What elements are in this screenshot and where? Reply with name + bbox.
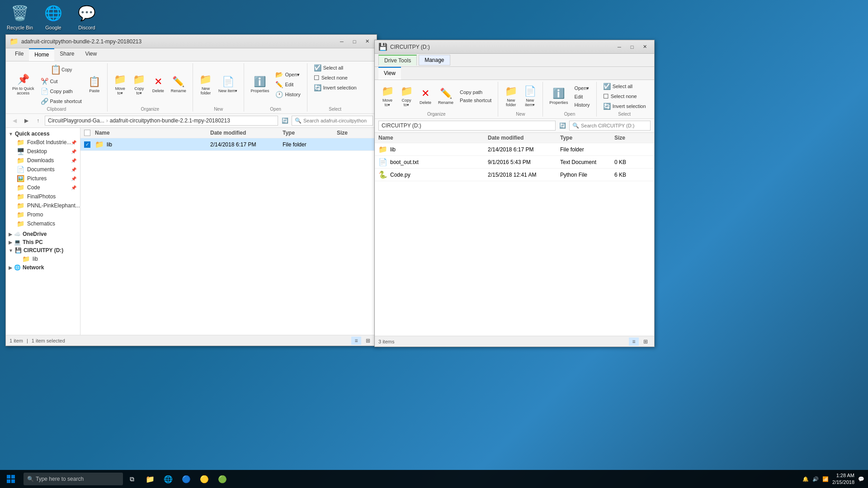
start-button[interactable]: [0, 470, 22, 488]
open-btn[interactable]: 📂 Open▾: [273, 70, 303, 79]
w2-move-to-btn[interactable]: 📁 Moveto▾: [378, 84, 396, 108]
search-box-1[interactable]: 🔍: [292, 116, 373, 126]
forward-btn-1[interactable]: ▶: [21, 116, 31, 126]
w2-file-row-boot[interactable]: 📄 boot_out.txt 9/1/2016 5:43 PM Text Doc…: [375, 156, 654, 169]
large-icons-btn-2[interactable]: ⊞: [641, 338, 651, 346]
large-icons-btn-1[interactable]: ⊞: [363, 337, 373, 345]
w2-copy-path-btn[interactable]: Copy path: [457, 89, 494, 96]
tab-view-2[interactable]: View: [378, 67, 401, 80]
lib-checkbox[interactable]: ✓: [84, 141, 90, 148]
w2-breadcrumb[interactable]: CIRCUITPY (D:): [382, 122, 421, 129]
drive-tools-tab[interactable]: Drive Tools: [378, 55, 417, 66]
move-to-btn[interactable]: 📁 Moveto▾: [111, 73, 129, 96]
app3-taskbar-btn[interactable]: 🟢: [213, 470, 231, 488]
history-btn[interactable]: 🕐 History: [273, 90, 303, 99]
new-folder-btn[interactable]: 📁 Newfolder: [197, 73, 215, 96]
w2-file-row-code[interactable]: 🐍 Code.py 2/15/2018 12:41 AM Python File…: [375, 169, 654, 181]
header-checkbox[interactable]: [84, 130, 90, 136]
invert-selection-btn[interactable]: 🔄 Invert selection: [311, 83, 359, 92]
w2-file-row-lib[interactable]: 📁 lib 2/14/2018 6:17 PM File folder: [375, 143, 654, 156]
paste-main-btn[interactable]: 📋 Paste: [85, 75, 104, 94]
task-view-btn[interactable]: ⧉: [123, 470, 141, 488]
search-input-1[interactable]: [303, 118, 367, 123]
sidebar-section-thispc[interactable]: ▶ 💻 This PC: [6, 238, 80, 246]
w2-invert-btn[interactable]: 🔄 Invert selection: [600, 102, 649, 111]
manage-tab[interactable]: Manage: [419, 55, 450, 66]
select-all-btn[interactable]: ☑️ Select all: [311, 63, 346, 72]
details-view-btn-1[interactable]: ≡: [351, 337, 361, 345]
app1-taskbar-btn[interactable]: 🔵: [177, 470, 195, 488]
sidebar-item-promo[interactable]: 📁 Promo: [6, 210, 80, 219]
select-none-btn[interactable]: ☐ Select none: [311, 73, 350, 82]
w2-select-none-btn[interactable]: ☐ Select none: [600, 92, 640, 101]
w2-copy-to-btn[interactable]: 📁 Copyto▾: [397, 84, 415, 108]
w2-new-item-btn[interactable]: 📄 New item▾: [521, 84, 539, 108]
copy-to-btn[interactable]: 📁 Copyto▾: [130, 73, 148, 96]
w2-properties-btn[interactable]: ℹ️ Properties: [547, 87, 571, 106]
sidebar-item-pnnl[interactable]: 📁 PNNL-PinkElephant...: [6, 201, 80, 210]
sidebar-section-quick-access[interactable]: ▼ Quick access: [6, 130, 80, 138]
delete-btn[interactable]: ✕ Delete: [149, 75, 167, 94]
maximize-btn-2[interactable]: □: [626, 42, 638, 52]
details-view-btn-2[interactable]: ≡: [629, 338, 639, 346]
sidebar-item-finalphotos[interactable]: 📁 FinalPhotos: [6, 192, 80, 201]
copy-main-btn[interactable]: 📋 Copy: [38, 63, 85, 76]
file-explorer-taskbar-btn[interactable]: 📁: [141, 470, 159, 488]
paste-shortcut-btn[interactable]: 🔗 Paste shortcut: [38, 97, 85, 106]
sidebar-item-schematics[interactable]: 📁 Schematics: [6, 219, 80, 228]
cut-btn[interactable]: ✂️ Cut: [38, 77, 85, 86]
desktop-icon-recycle-bin[interactable]: 🗑️ Recycle Bin: [2, 0, 38, 32]
w2-edit-btn[interactable]: Edit: [571, 93, 592, 100]
rename-btn[interactable]: ✏️ Rename: [168, 75, 189, 94]
tab-home-1[interactable]: Home: [29, 48, 54, 61]
w2-delete-btn[interactable]: ✕ Delete: [416, 87, 434, 106]
tab-file-1[interactable]: File: [9, 48, 29, 61]
file-row-lib[interactable]: ✓ 📁 lib 2/14/2018 6:17 PM File folder: [80, 138, 377, 151]
refresh-btn-2[interactable]: 🔄: [557, 121, 567, 131]
chrome-taskbar-btn[interactable]: 🌐: [159, 470, 177, 488]
new-item-btn[interactable]: 📄 New item▾: [216, 75, 241, 94]
up-btn-1[interactable]: ↑: [33, 116, 43, 126]
sidebar-item-pictures[interactable]: 🖼️ Pictures 📌: [6, 174, 80, 183]
app2-taskbar-btn[interactable]: 🟡: [195, 470, 213, 488]
minimize-btn-2[interactable]: ─: [613, 42, 625, 52]
refresh-btn-1[interactable]: 🔄: [280, 116, 290, 126]
edit-btn[interactable]: ✏️ Edit: [273, 80, 303, 89]
address-input-2[interactable]: CIRCUITPY (D:): [378, 121, 556, 131]
sidebar-item-code[interactable]: 📁 Code 📌: [6, 183, 80, 192]
pin-to-quick-access-btn[interactable]: 📌 Pin to Quick access: [9, 73, 37, 96]
desktop-icon-discord[interactable]: 💬 Discord: [69, 0, 105, 32]
copy-path-btn[interactable]: 📄 Copy path: [38, 87, 85, 96]
notification-center-icon[interactable]: 💬: [858, 476, 864, 482]
sidebar-section-onedrive[interactable]: ▶ ☁️ OneDrive: [6, 230, 80, 238]
tab-share-1[interactable]: Share: [54, 48, 80, 61]
w2-select-all-btn[interactable]: ☑️ Select all: [600, 82, 636, 91]
back-btn-1[interactable]: ◀: [9, 116, 19, 126]
minimize-btn-1[interactable]: ─: [336, 37, 348, 46]
maximize-btn-1[interactable]: □: [349, 37, 360, 46]
close-btn-2[interactable]: ✕: [639, 42, 651, 52]
properties-btn[interactable]: ℹ️ Properties: [248, 75, 272, 94]
search-input-2[interactable]: [581, 123, 644, 128]
breadcrumb-current[interactable]: adafruit-circuitpython-bundle-2.2.1-mpy-…: [110, 117, 230, 124]
sidebar-item-foxbot[interactable]: 📁 FoxBot Industrie... 📌: [6, 138, 80, 147]
volume-icon[interactable]: 🔊: [812, 476, 819, 482]
w2-history-btn[interactable]: History: [571, 101, 592, 108]
sidebar-item-desktop[interactable]: 🖥️ Desktop 📌: [6, 147, 80, 156]
sidebar-item-lib[interactable]: 📁 lib: [6, 254, 80, 263]
sidebar-item-documents[interactable]: 📄 Documents 📌: [6, 165, 80, 174]
taskbar-search-input[interactable]: [36, 476, 113, 482]
w2-open-btn[interactable]: Open▾: [571, 84, 592, 92]
breadcrumb-root[interactable]: CircuitPlayground-Ga...: [48, 117, 104, 124]
w2-paste-shortcut-btn[interactable]: Paste shortcut: [457, 97, 494, 104]
w2-rename-btn[interactable]: ✏️ Rename: [435, 87, 456, 106]
sidebar-section-network[interactable]: ▶ 🌐 Network: [6, 263, 80, 272]
w2-new-folder-btn[interactable]: 📁 Newfolder: [502, 84, 520, 108]
search-box-2[interactable]: 🔍: [569, 121, 651, 131]
close-btn-1[interactable]: ✕: [361, 37, 373, 46]
address-input-1[interactable]: CircuitPlayground-Ga... › adafruit-circu…: [45, 116, 278, 126]
sidebar-item-downloads[interactable]: 📁 Downloads 📌: [6, 156, 80, 165]
sidebar-section-circuitpy[interactable]: ▼ 💾 CIRCUITPY (D:): [6, 246, 80, 254]
desktop-icon-google[interactable]: 🌐 Google: [35, 0, 71, 32]
taskbar-search-box[interactable]: 🔍: [24, 473, 123, 485]
